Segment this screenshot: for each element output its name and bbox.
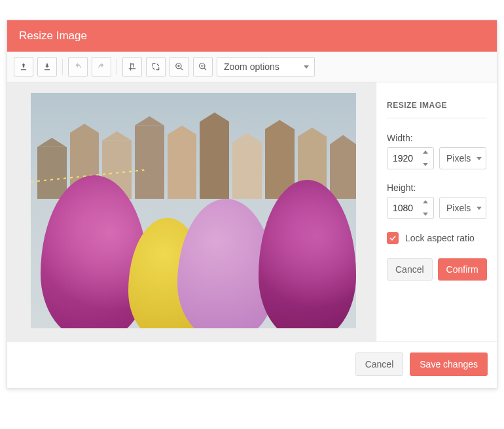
zoom-options-label: Zoom options	[224, 61, 279, 72]
crop-icon	[128, 62, 137, 71]
resize-image-dialog: Resize Image Zoom options	[7, 20, 497, 388]
download-icon	[43, 62, 52, 71]
image-canvas[interactable]	[31, 93, 356, 328]
width-input[interactable]	[393, 153, 422, 163]
zoom-out-button[interactable]	[193, 57, 213, 77]
upload-button[interactable]	[14, 57, 33, 77]
spinner-down-icon[interactable]	[423, 213, 428, 216]
zoom-in-icon	[175, 62, 184, 71]
resize-button[interactable]	[146, 57, 166, 77]
height-input-wrapper	[387, 197, 434, 219]
height-label: Height:	[387, 182, 486, 193]
width-unit-label: Pixels	[446, 153, 471, 163]
chevron-down-icon	[477, 157, 482, 160]
toolbar-separator	[62, 59, 63, 75]
crop-button[interactable]	[122, 57, 142, 77]
spinner-up-icon[interactable]	[423, 150, 428, 154]
width-label: Width:	[387, 133, 486, 143]
undo-button[interactable]	[68, 57, 88, 77]
spinner-down-icon[interactable]	[423, 163, 428, 166]
zoom-in-button[interactable]	[170, 57, 189, 77]
panel-title: RESIZE IMAGE	[387, 101, 486, 118]
zoom-out-icon	[198, 62, 207, 71]
toolbar-separator	[117, 59, 117, 75]
resize-panel: RESIZE IMAGE Width: Pixels Height:	[376, 82, 497, 341]
panel-cancel-button[interactable]: Cancel	[387, 258, 433, 281]
width-input-wrapper	[387, 147, 434, 169]
redo-button[interactable]	[92, 57, 111, 77]
resize-icon	[151, 62, 160, 71]
redo-icon	[97, 62, 106, 71]
undo-icon	[73, 62, 82, 71]
checkmark-icon	[389, 234, 397, 242]
upload-icon	[19, 62, 28, 71]
chevron-down-icon	[477, 207, 482, 210]
width-spinner[interactable]	[423, 150, 431, 166]
download-button[interactable]	[37, 57, 57, 77]
lock-aspect-checkbox[interactable]	[387, 232, 399, 244]
panel-confirm-button[interactable]: Confirm	[438, 258, 487, 281]
toolbar: Zoom options	[7, 52, 497, 82]
height-unit-select[interactable]: Pixels	[439, 197, 486, 219]
chevron-down-icon	[304, 65, 309, 69]
zoom-options-select[interactable]: Zoom options	[217, 57, 315, 77]
dialog-footer: Cancel Save changes	[7, 341, 497, 388]
height-input[interactable]	[393, 203, 422, 213]
lock-aspect-label: Lock aspect ratio	[405, 233, 475, 243]
dialog-body: RESIZE IMAGE Width: Pixels Height:	[7, 82, 497, 341]
height-spinner[interactable]	[423, 200, 431, 216]
height-unit-label: Pixels	[446, 203, 471, 213]
spinner-up-icon[interactable]	[423, 200, 428, 203]
dialog-header: Resize Image	[7, 20, 497, 52]
footer-save-button[interactable]: Save changes	[410, 352, 488, 376]
canvas-area	[7, 82, 376, 341]
dialog-title: Resize Image	[19, 29, 87, 42]
footer-cancel-button[interactable]: Cancel	[355, 352, 404, 376]
lock-aspect-row: Lock aspect ratio	[387, 232, 486, 244]
width-unit-select[interactable]: Pixels	[439, 147, 486, 169]
